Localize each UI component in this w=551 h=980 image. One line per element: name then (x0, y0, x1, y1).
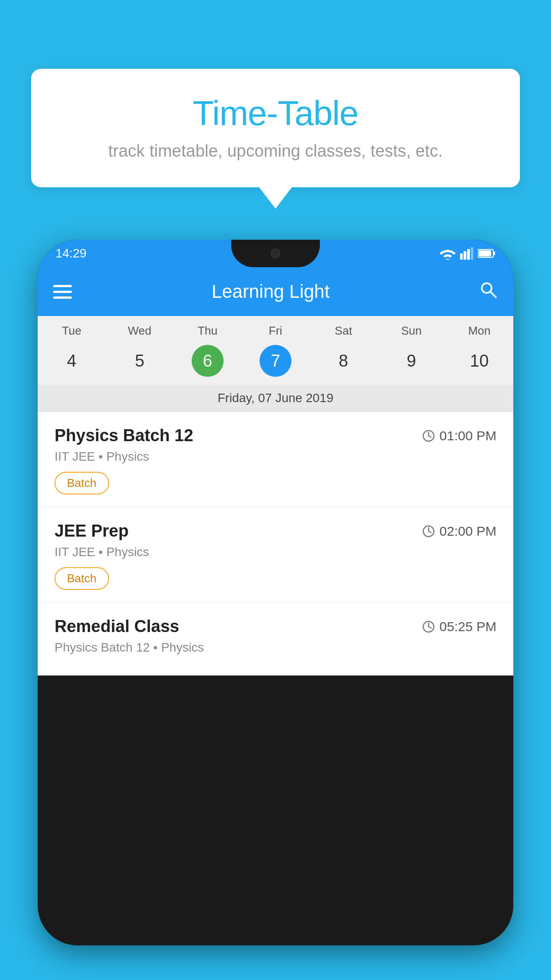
day-8[interactable]: 8 (310, 345, 378, 377)
schedule-item-2-subtitle: IIT JEE • Physics (55, 545, 496, 559)
svg-rect-1 (464, 251, 466, 260)
svg-rect-3 (471, 247, 473, 260)
day-6[interactable]: 6 (173, 345, 241, 377)
day-header-tue: Tue (38, 324, 106, 338)
day-header-fri: Fri (241, 324, 309, 338)
bubble-title: Time-Table (58, 93, 493, 134)
clock-icon-2 (422, 525, 435, 538)
camera (271, 249, 280, 258)
day-9[interactable]: 9 (378, 345, 445, 377)
bubble-subtitle: track timetable, upcoming classes, tests… (58, 142, 493, 161)
schedule-item-1[interactable]: Physics Batch 12 01:00 PM IIT JEE • Phys… (38, 412, 513, 507)
app-bar: Learning Light (38, 267, 513, 316)
day-header-mon: Mon (445, 324, 513, 338)
speech-bubble: Time-Table track timetable, upcoming cla… (31, 69, 520, 187)
day-header-thu: Thu (173, 324, 241, 338)
day-header-wed: Wed (106, 324, 173, 338)
hamburger-menu-button[interactable] (53, 285, 72, 299)
svg-line-17 (429, 627, 431, 628)
schedule-item-1-time: 01:00 PM (422, 428, 496, 443)
phone-frame: 14:29 (38, 240, 513, 945)
svg-rect-0 (460, 253, 463, 260)
svg-rect-6 (479, 250, 491, 257)
svg-line-11 (429, 436, 431, 437)
schedule-item-3[interactable]: Remedial Class 05:25 PM Physics Batch 12… (38, 603, 513, 676)
day-5[interactable]: 5 (106, 345, 173, 377)
status-time: 14:29 (55, 246, 87, 261)
svg-line-8 (490, 292, 496, 297)
battery-icon (478, 249, 496, 258)
schedule-item-2-header: JEE Prep 02:00 PM (55, 522, 496, 541)
day-headers: Tue Wed Thu Fri Sat Sun Mon (38, 316, 513, 341)
schedule-item-2-title: JEE Prep (55, 522, 129, 541)
wifi-icon (440, 247, 456, 260)
svg-rect-5 (493, 252, 495, 255)
schedule-item-3-header: Remedial Class 05:25 PM (55, 617, 496, 636)
day-numbers: 4 5 6 7 8 9 10 (38, 341, 513, 385)
status-icons (440, 247, 496, 260)
day-7-circle[interactable]: 7 (260, 345, 291, 377)
phone-container: 14:29 (38, 240, 513, 980)
schedule-item-2-time: 02:00 PM (422, 524, 496, 539)
day-7[interactable]: 7 (241, 345, 309, 377)
signal-icon (460, 247, 473, 260)
schedule-item-1-badge: Batch (55, 472, 109, 494)
day-10[interactable]: 10 (445, 345, 513, 377)
schedule-item-2-badge: Batch (55, 567, 109, 590)
selected-date-label: Friday, 07 June 2019 (38, 385, 513, 412)
schedule-item-3-time: 05:25 PM (422, 619, 496, 634)
search-icon[interactable] (478, 280, 498, 304)
screen-content: 14:29 (38, 240, 513, 945)
schedule-item-1-header: Physics Batch 12 01:00 PM (55, 426, 496, 445)
schedule-item-3-title: Remedial Class (55, 617, 179, 636)
app-title: Learning Light (85, 281, 456, 302)
schedule-item-1-title: Physics Batch 12 (55, 426, 193, 445)
speech-bubble-area: Time-Table track timetable, upcoming cla… (31, 69, 520, 187)
schedule-item-2[interactable]: JEE Prep 02:00 PM IIT JEE • Physics Batc… (38, 507, 513, 603)
notch (231, 240, 320, 267)
schedule-item-3-subtitle: Physics Batch 12 • Physics (55, 640, 496, 655)
day-4[interactable]: 4 (38, 345, 106, 377)
clock-icon-1 (422, 429, 435, 443)
svg-rect-2 (467, 249, 470, 260)
calendar-section: Tue Wed Thu Fri Sat Sun Mon 4 5 6 7 (38, 316, 513, 412)
clock-icon-3 (422, 620, 435, 633)
day-6-circle[interactable]: 6 (192, 345, 224, 377)
svg-line-14 (429, 531, 431, 533)
schedule-list: Physics Batch 12 01:00 PM IIT JEE • Phys… (38, 412, 513, 676)
schedule-item-1-subtitle: IIT JEE • Physics (55, 450, 496, 464)
day-header-sat: Sat (310, 324, 378, 338)
day-header-sun: Sun (378, 324, 445, 338)
